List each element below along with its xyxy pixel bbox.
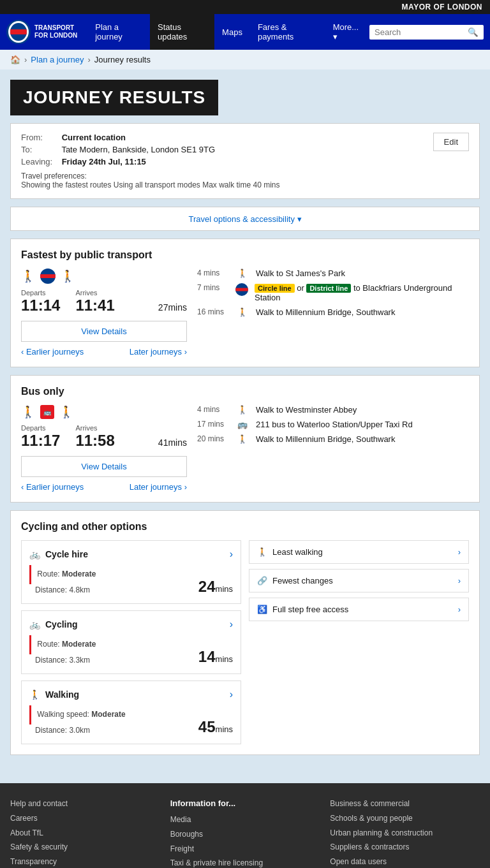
bus-depart-label: Departs [21, 424, 60, 432]
step3-walk-icon: 🚶 [235, 307, 249, 317]
search-input[interactable] [375, 27, 464, 37]
fastest-view-details[interactable]: View Details [21, 321, 187, 342]
tfl-logo: TRANSPORT FOR LONDON [6, 20, 77, 44]
footer-help[interactable]: Help and contact [10, 798, 160, 809]
search-button[interactable]: 🔍 [468, 27, 479, 37]
footer-taxi[interactable]: Taxi & private hire licensing [170, 858, 320, 868]
nav-fares[interactable]: Fares & payments [250, 14, 325, 50]
edit-button[interactable]: Edit [433, 133, 469, 151]
walking-title-row: 🚶 Walking [29, 689, 79, 700]
least-walking-icon: 🚶 [257, 547, 267, 557]
travel-options-link[interactable]: Travel options & accessibility ▾ [188, 214, 301, 224]
roundel-inner [8, 21, 29, 43]
bus-step3-time: 20 mins [197, 434, 229, 443]
travel-options-bar: Travel options & accessibility ▾ [10, 207, 480, 231]
header: TRANSPORT FOR LONDON Plan a journey Stat… [0, 14, 490, 50]
from-label: From: [21, 133, 59, 142]
home-icon[interactable]: 🏠 [10, 55, 20, 64]
footer-freight[interactable]: Freight [170, 844, 320, 855]
footer-open-data[interactable]: Open data users [330, 857, 480, 867]
cycle-hire-header: 🚲 Cycle hire › [29, 548, 233, 560]
bus-arrive-block: Arrives 11:58 [75, 424, 114, 450]
footer-careers[interactable]: Careers [10, 813, 160, 824]
fastest-arrive-label: Arrives [75, 289, 114, 297]
nav-plan-journey[interactable]: Plan a journey [87, 14, 150, 50]
walking-speed: Walking speed: Moderate [29, 705, 126, 725]
bus-step2-time: 17 mins [197, 420, 229, 429]
cycle-hire-dist-val: 4.8km [69, 585, 90, 594]
cycling-title: Cycling and other options [21, 521, 469, 533]
fastest-left: 🚶 🚶 Departs 11:14 Arrives 11: [21, 268, 187, 357]
cycling-dist-val: 3.3km [69, 656, 90, 665]
bus-step-1: 4 mins 🚶 Walk to Westminster Abbey [197, 405, 469, 415]
leaving-value: Friday 24th Jul, 11:15 [62, 157, 146, 166]
walk-icon-1: 🚶 [21, 269, 35, 283]
to-label: To: [21, 145, 59, 154]
breadcrumb-plan[interactable]: Plan a journey [31, 55, 84, 64]
fastest-duration: 27mins [158, 297, 187, 314]
cycling-block[interactable]: 🚲 Cycling › Route: Moderate [21, 610, 241, 674]
bus-step-3: 20 mins 🚶 Walk to Millennium Bridge, Sou… [197, 434, 469, 444]
bus-step1-desc: Walk to Westminster Abbey [256, 405, 469, 415]
walking-body: Walking speed: Moderate Distance: 3.0km … [29, 705, 233, 736]
fastest-time-row: Departs 11:14 Arrives 11:41 27mins [21, 289, 187, 314]
fastest-later[interactable]: Later journeys › [130, 347, 187, 357]
travel-prefs: Travel preferences: Showing the fastest … [21, 172, 433, 189]
leaving-row: Leaving: Friday 24th Jul, 11:15 [21, 157, 433, 166]
footer-urban[interactable]: Urban planning & construction [330, 828, 480, 839]
footer-schools[interactable]: Schools & young people [330, 813, 480, 824]
footer-boroughs[interactable]: Boroughs [170, 829, 320, 840]
bus-only-title: Bus only [21, 386, 469, 397]
footer-about[interactable]: About TfL [10, 828, 160, 839]
cycle-hire-dist: Distance: 4.8km [35, 585, 96, 594]
cycle-hire-title: Cycle hire [45, 549, 88, 559]
bus-earlier[interactable]: ‹ Earlier journeys [21, 482, 84, 492]
step-free-row[interactable]: ♿ Full step free access › [249, 598, 469, 621]
nav-status-updates[interactable]: Status updates [150, 14, 214, 50]
cycling-dist: Distance: 3.3km [35, 656, 96, 665]
fewest-changes-label: Fewest changes [272, 576, 333, 585]
district-line-label: District line [306, 284, 351, 293]
bus-step2-desc: 211 bus to Waterloo Station/Upper Taxi R… [256, 420, 469, 429]
bus-later[interactable]: Later journeys › [130, 482, 187, 492]
tfl-text-block: TRANSPORT FOR LONDON [34, 24, 77, 40]
cycling-left-col: 🚲 Cycle hire › Route: Moderate [21, 540, 241, 744]
fastest-transport-icons: 🚶 🚶 [21, 268, 187, 284]
cycling-icon: 🚲 [29, 619, 40, 629]
footer-business[interactable]: Business & commercial [330, 798, 480, 809]
fastest-step-3: 16 mins 🚶 Walk to Millennium Bridge, Sou… [197, 307, 469, 317]
nav-more[interactable]: More... ▾ [325, 14, 369, 50]
cycling-route: Route: Moderate [29, 635, 96, 654]
cycle-hire-route: Route: Moderate [29, 565, 96, 584]
step3-time: 16 mins [197, 307, 229, 316]
journey-details: From: Current location To: Tate Modern, … [21, 133, 433, 189]
footer-suppliers[interactable]: Suppliers & contractors [330, 842, 480, 853]
footer-safety[interactable]: Safety & security [10, 842, 160, 853]
footer-transparency[interactable]: Transparency [10, 857, 160, 867]
cycling-title-row: 🚲 Cycling [29, 619, 78, 629]
footer-col3: Business & commercial Schools & young pe… [330, 798, 480, 868]
walking-arrow: › [230, 689, 233, 700]
prefs-label: Travel preferences: [21, 172, 433, 180]
fewest-changes-row[interactable]: 🔗 Fewest changes › [249, 569, 469, 592]
cycling-header: 🚲 Cycling › [29, 619, 233, 630]
least-walking-row[interactable]: 🚶 Least walking › [249, 540, 469, 564]
bus-arrive-time: 11:58 [75, 432, 114, 450]
fastest-duration-num: 27 [158, 302, 168, 313]
bus-view-details[interactable]: View Details [21, 456, 187, 477]
bus-depart-arrive: Departs 11:17 Arrives 11:58 [21, 424, 115, 450]
footer-media[interactable]: Media [170, 814, 320, 825]
walking-block[interactable]: 🚶 Walking › Walking speed: Moderate [21, 680, 241, 744]
step3-desc: Walk to Millennium Bridge, Southwark [256, 307, 469, 317]
bus-step3-desc: Walk to Millennium Bridge, Southwark [256, 434, 469, 444]
walking-dist: Distance: 3.0km [35, 726, 126, 735]
cycle-hire-block[interactable]: 🚲 Cycle hire › Route: Moderate [21, 540, 241, 604]
other-options-col: 🚶 Least walking › 🔗 Fewest changes › ♿ [249, 540, 469, 744]
step2-or: or [297, 283, 306, 293]
step-free-icon: ♿ [257, 605, 267, 614]
nav-maps[interactable]: Maps [214, 14, 250, 50]
cycle-hire-mins: 24mins [198, 578, 233, 596]
fastest-earlier[interactable]: ‹ Earlier journeys [21, 347, 84, 357]
leaving-label: Leaving: [21, 157, 59, 166]
to-value: Tate Modern, Bankside, London SE1 9TG [61, 145, 215, 154]
